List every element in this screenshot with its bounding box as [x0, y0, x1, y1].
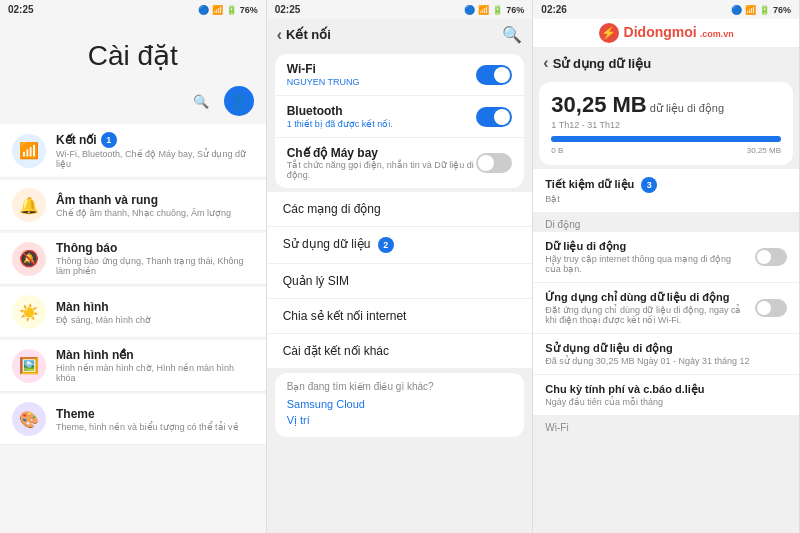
battery-pct-1: 76%: [240, 5, 258, 15]
search-row: 🔍 👤: [0, 82, 266, 124]
progress-start: 0 B: [551, 146, 563, 155]
airplane-item[interactable]: Chế độ Máy bay Tắt chức năng gọi điện, n…: [275, 138, 525, 188]
progress-end: 30,25 MB: [747, 146, 781, 155]
menu-item-mobile-networks[interactable]: Các mạng di động: [267, 192, 533, 227]
bluetooth-icon: 🔵: [198, 5, 209, 15]
bluetooth-title: Bluetooth: [287, 104, 477, 118]
du-lieu-toggle[interactable]: [755, 248, 787, 266]
menu-item-hotspot[interactable]: Chia sẻ kết nối internet: [267, 299, 533, 334]
search-button-2[interactable]: 🔍: [502, 25, 522, 44]
su-dung-title: Sử dụng dữ liệu di động: [545, 342, 787, 355]
wifi-subtitle: NGUYEN TRUNG: [287, 77, 477, 87]
battery-pct-3: 76%: [773, 5, 791, 15]
panel3-title: Sử dụng dữ liệu: [553, 56, 651, 71]
back-arrow-icon-3: ‹: [543, 54, 548, 72]
airplane-title: Chế độ Máy bay: [287, 146, 477, 160]
panel3-header: ‹ Sử dụng dữ liệu: [533, 48, 799, 78]
battery-pct-2: 76%: [506, 5, 524, 15]
wifi-title: Wi-Fi: [287, 62, 477, 76]
item-title-man-hinh: Màn hình: [56, 300, 109, 314]
panel-ket-noi: 02:25 🔵 📶 🔋 76% ‹ Kết nối 🔍 Wi-Fi NGUYEN…: [267, 0, 534, 533]
item-title-theme: Theme: [56, 407, 95, 421]
wifi-toggle[interactable]: [476, 65, 512, 85]
back-button-2[interactable]: ‹ Kết nối: [277, 26, 331, 44]
sidebar-item-man-hinh-nen[interactable]: 🖼️ Màn hình nền Hình nền màn hình chờ, H…: [0, 340, 266, 392]
status-bar-2: 02:25 🔵 📶 🔋 76%: [267, 0, 533, 19]
ung-dung-title: Ứng dụng chỉ dùng dữ liệu di động: [545, 291, 747, 304]
du-lieu-di-dong-row[interactable]: Dữ liệu di động Hãy truy cập internet th…: [533, 232, 799, 283]
item-sub-man-hinh: Độ sáng, Màn hình chờ: [56, 315, 254, 325]
tiet-kiem-title: Tiết kiệm dữ liệu: [545, 178, 634, 190]
status-icons-2: 🔵 📶 🔋 76%: [464, 5, 524, 15]
notification-icon: 🔕: [12, 242, 46, 276]
sidebar-item-ket-noi[interactable]: 📶 Kết nối 1 Wi-Fi, Bluetooth, Chế độ Máy…: [0, 124, 266, 178]
signal-icon-3: 📶: [745, 5, 756, 15]
status-bar-1: 02:25 🔵 📶 🔋 76%: [0, 0, 266, 19]
chu-ky-row[interactable]: Chu kỳ tính phí và c.báo d.liệu Ngày đầu…: [533, 375, 799, 416]
panel2-title: Kết nối: [286, 27, 331, 42]
progress-bar: [551, 136, 781, 142]
sidebar-item-am-thanh[interactable]: 🔔 Âm thanh và rung Chế độ âm thanh, Nhạc…: [0, 180, 266, 231]
panel-data-usage: 02:26 🔵 📶 🔋 76% ⚡ Didongmoi .com.vn ‹ Sử…: [533, 0, 800, 533]
usage-card: 30,25 MB dữ liệu di động 1 Th12 - 31 Th1…: [539, 82, 793, 165]
suggestion-link-samsung[interactable]: Samsung Cloud: [287, 396, 513, 412]
settings-list: 📶 Kết nối 1 Wi-Fi, Bluetooth, Chế độ Máy…: [0, 124, 266, 533]
display-icon: ☀️: [12, 295, 46, 329]
logo-sub: .com.vn: [700, 29, 734, 39]
data-usage-period: 1 Th12 - 31 Th12: [551, 120, 781, 130]
battery-icon: 🔋: [226, 5, 237, 15]
du-lieu-di-dong-title: Dữ liệu di động: [545, 240, 747, 253]
wallpaper-icon: 🖼️: [12, 349, 46, 383]
badge-tiet-kiem: 3: [641, 177, 657, 193]
suggestion-title: Bạn đang tìm kiếm điều gì khác?: [287, 381, 513, 392]
data-usage-amount: 30,25 MB: [551, 92, 646, 117]
ung-dung-toggle[interactable]: [755, 299, 787, 317]
suggestion-box: Bạn đang tìm kiếm điều gì khác? Samsung …: [275, 373, 525, 437]
sidebar-item-man-hinh[interactable]: ☀️ Màn hình Độ sáng, Màn hình chờ: [0, 287, 266, 338]
status-icons-3: 🔵 📶 🔋 76%: [731, 5, 791, 15]
sidebar-item-thong-bao[interactable]: 🔕 Thông báo Thông báo ứng dụng, Thanh tr…: [0, 233, 266, 285]
section-wifi: Wi-Fi: [533, 416, 799, 435]
menu-item-other[interactable]: Cài đặt kết nối khác: [267, 334, 533, 369]
bluetooth-item[interactable]: Bluetooth 1 thiết bị đã được kết nối.: [275, 96, 525, 138]
airplane-toggle[interactable]: [476, 153, 512, 173]
section-di-dong: Di động: [533, 213, 799, 232]
bluetooth-toggle[interactable]: [476, 107, 512, 127]
menu-item-data-usage[interactable]: Sử dụng dữ liệu 2: [267, 227, 533, 264]
back-button-3[interactable]: ‹ Sử dụng dữ liệu: [543, 54, 651, 72]
item-sub-ket-noi: Wi-Fi, Bluetooth, Chế độ Máy bay, Sử dụn…: [56, 149, 254, 169]
item-title-man-hinh-nen: Màn hình nền: [56, 348, 134, 362]
menu-item-sim[interactable]: Quản lý SIM: [267, 264, 533, 299]
status-icons-1: 🔵 📶 🔋 76%: [198, 5, 258, 15]
menu-list: Các mạng di động Sử dụng dữ liệu 2 Quản …: [267, 192, 533, 369]
item-title-thong-bao: Thông báo: [56, 241, 117, 255]
ung-dung-sub: Đặt ứng dụng chỉ dùng dữ liệu di động, n…: [545, 305, 747, 325]
chu-ky-sub: Ngày đầu tiên của mỗi tháng: [545, 397, 787, 407]
logo-name: Didongmoi: [624, 24, 697, 40]
page-title-settings: Cài đặt: [0, 19, 266, 82]
su-dung-row[interactable]: Sử dụng dữ liệu di động Đã sử dụng 30,25…: [533, 334, 799, 375]
suggestion-link-location[interactable]: Vị trí: [287, 412, 513, 429]
item-sub-am-thanh: Chế độ âm thanh, Nhạc chuông, Âm lượng: [56, 208, 254, 218]
su-dung-sub: Đã sử dụng 30,25 MB Ngày 01 - Ngày 31 th…: [545, 356, 787, 366]
logo-bar: ⚡ Didongmoi .com.vn: [533, 19, 799, 48]
wifi-icon: 📶: [12, 134, 46, 168]
sound-icon: 🔔: [12, 188, 46, 222]
tiet-kiem-row[interactable]: Tiết kiệm dữ liệu 3 Bật: [533, 169, 799, 213]
item-title-am-thanh: Âm thanh và rung: [56, 193, 158, 207]
badge-data-usage: 2: [378, 237, 394, 253]
signal-icon-2: 📶: [478, 5, 489, 15]
bluetooth-subtitle: 1 thiết bị đã được kết nối.: [287, 119, 477, 129]
battery-icon-3: 🔋: [759, 5, 770, 15]
time-1: 02:25: [8, 4, 34, 15]
wifi-item[interactable]: Wi-Fi NGUYEN TRUNG: [275, 54, 525, 96]
progress-bar-fill: [551, 136, 781, 142]
item-sub-theme: Theme, hình nền và biểu tượng có thể tải…: [56, 422, 254, 432]
avatar[interactable]: 👤: [224, 86, 254, 116]
search-button[interactable]: 🔍: [186, 86, 216, 116]
ung-dung-row[interactable]: Ứng dụng chỉ dùng dữ liệu di động Đặt ứn…: [533, 283, 799, 334]
bluetooth-icon-3: 🔵: [731, 5, 742, 15]
sidebar-item-theme[interactable]: 🎨 Theme Theme, hình nền và biểu tượng có…: [0, 394, 266, 445]
chu-ky-title: Chu kỳ tính phí và c.báo d.liệu: [545, 383, 787, 396]
item-title-ket-noi: Kết nối: [56, 133, 97, 147]
